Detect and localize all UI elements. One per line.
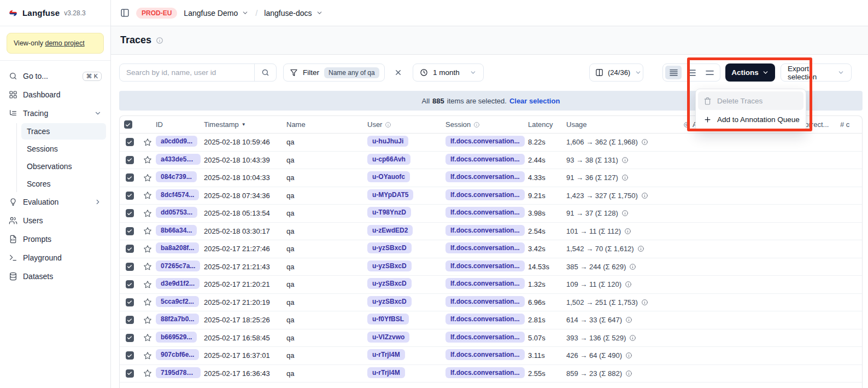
row-checkbox[interactable]: [126, 316, 134, 324]
star-icon[interactable]: [143, 280, 152, 289]
trace-id-badge[interactable]: a433de51...: [156, 154, 201, 165]
session-badge[interactable]: lf.docs.conversation...: [445, 314, 525, 325]
sidebar-item-scores[interactable]: Scores: [21, 176, 106, 192]
sidebar-item-prompts[interactable]: Prompts: [4, 230, 106, 248]
row-checkbox[interactable]: [126, 173, 134, 182]
menu-item-delete-traces[interactable]: Delete Traces: [698, 91, 804, 110]
user-badge[interactable]: u-zEwdED2: [367, 225, 413, 236]
row-checkbox[interactable]: [126, 351, 134, 360]
row-checkbox[interactable]: [126, 263, 134, 271]
row-checkbox[interactable]: [126, 334, 134, 342]
user-badge[interactable]: u-yzSBxcD: [367, 296, 412, 307]
row-checkbox[interactable]: [126, 298, 134, 306]
time-range-selector[interactable]: 1 month: [413, 63, 484, 82]
export-selection-button[interactable]: Export selection: [781, 63, 852, 82]
star-icon[interactable]: [143, 316, 152, 325]
user-badge[interactable]: u-f0YfBSL: [367, 314, 409, 325]
star-icon[interactable]: [143, 138, 152, 147]
star-icon[interactable]: [143, 351, 152, 360]
star-icon[interactable]: [143, 262, 152, 271]
trace-id-badge[interactable]: 084c739...: [156, 171, 197, 182]
trace-id-badge[interactable]: dd05753...: [156, 207, 197, 218]
session-badge[interactable]: lf.docs.conversation...: [445, 189, 525, 200]
user-badge[interactable]: u-yzSBxcD: [367, 260, 412, 271]
project-selector[interactable]: langfuse-docs: [264, 9, 322, 18]
sidebar-item-sessions[interactable]: Sessions: [21, 141, 106, 157]
sidebar-toggle-icon[interactable]: [120, 8, 130, 18]
user-badge[interactable]: u-VIZzvwo: [367, 332, 409, 343]
trace-id-badge[interactable]: 8dcf4574...: [156, 189, 199, 200]
session-badge[interactable]: lf.docs.conversation...: [445, 207, 525, 218]
columns-selector[interactable]: (24/36): [589, 63, 643, 82]
user-badge[interactable]: u-rTrjl4M: [367, 349, 405, 360]
row-height-medium-icon[interactable]: [683, 66, 700, 79]
star-icon[interactable]: [143, 227, 152, 235]
user-badge[interactable]: u-cp66Avh: [367, 154, 410, 165]
trace-id-badge[interactable]: 7195d78e...: [156, 367, 201, 378]
clear-selection-link[interactable]: Clear selection: [509, 97, 560, 105]
session-badge[interactable]: lf.docs.conversation...: [445, 171, 525, 182]
trace-id-badge[interactable]: b669529...: [156, 332, 197, 343]
row-checkbox[interactable]: [126, 192, 134, 200]
sidebar-item-users[interactable]: Users: [4, 212, 106, 229]
row-checkbox[interactable]: [126, 227, 134, 235]
trace-id-badge[interactable]: 07265c7a...: [156, 260, 200, 271]
sidebar-item-datasets[interactable]: Datasets: [4, 268, 106, 285]
trace-id-badge[interactable]: 907cbf6e...: [156, 349, 199, 360]
sidebar-item-observations[interactable]: Observations: [21, 158, 106, 175]
search-icon[interactable]: [254, 64, 276, 81]
session-badge[interactable]: lf.docs.conversation...: [445, 296, 525, 307]
session-badge[interactable]: lf.docs.conversation...: [445, 154, 525, 165]
user-badge[interactable]: u-OYauofc: [367, 171, 410, 182]
actions-button[interactable]: Actions: [725, 63, 775, 82]
sidebar-item-traces[interactable]: Traces: [21, 123, 106, 140]
star-icon[interactable]: [143, 245, 152, 253]
row-checkbox[interactable]: [126, 280, 134, 288]
row-checkbox[interactable]: [126, 138, 134, 146]
trace-id-badge[interactable]: ba8a208f...: [156, 242, 199, 253]
row-checkbox[interactable]: [126, 156, 134, 164]
user-badge[interactable]: u-yzSBxcD: [367, 242, 412, 253]
sidebar-item-tracing[interactable]: Tracing: [4, 105, 106, 122]
session-badge[interactable]: lf.docs.conversation...: [445, 242, 525, 253]
sidebar-item-dashboard[interactable]: Dashboard: [4, 86, 106, 103]
sidebar-item-evaluation[interactable]: Evaluation: [4, 193, 106, 211]
trace-id-badge[interactable]: 8b66a34...: [156, 225, 197, 236]
user-badge[interactable]: u-yzSBxcD: [367, 278, 412, 289]
user-badge[interactable]: u-rTrjl4M: [367, 367, 405, 378]
sidebar-item-goto[interactable]: Go to... ⌘ K: [4, 67, 106, 85]
user-badge[interactable]: u-huJhuJi: [367, 136, 408, 147]
star-icon[interactable]: [143, 155, 152, 164]
star-icon[interactable]: [143, 209, 152, 218]
user-badge[interactable]: u-T98YnzD: [367, 207, 411, 218]
session-badge[interactable]: lf.docs.conversation...: [445, 278, 525, 289]
org-selector[interactable]: Langfuse Demo: [184, 9, 249, 18]
session-badge[interactable]: lf.docs.conversation...: [445, 349, 525, 360]
session-badge[interactable]: lf.docs.conversation...: [445, 225, 525, 236]
info-icon[interactable]: [156, 37, 163, 44]
demo-project-link[interactable]: demo project: [45, 39, 84, 47]
row-height-large-icon[interactable]: [701, 66, 718, 79]
select-all-checkbox[interactable]: [124, 120, 132, 129]
column-header-session[interactable]: Session: [445, 120, 528, 129]
column-header-usage[interactable]: Usage: [566, 120, 683, 129]
column-header-latency[interactable]: Latency: [528, 120, 566, 129]
session-badge[interactable]: lf.docs.conversation...: [445, 367, 525, 378]
row-checkbox[interactable]: [126, 209, 134, 217]
sidebar-item-playground[interactable]: Playground: [4, 249, 106, 267]
star-icon[interactable]: [143, 369, 152, 378]
column-header-name[interactable]: Name: [286, 120, 367, 129]
star-icon[interactable]: [143, 173, 152, 182]
clear-filter-icon[interactable]: [391, 63, 404, 82]
menu-item-add-to-annotation-queue[interactable]: Add to Annotation Queue: [698, 110, 804, 129]
star-icon[interactable]: [143, 298, 152, 306]
filter-button[interactable]: Filter Name any of qa: [283, 63, 385, 82]
trace-id-badge[interactable]: a0cd0d9...: [156, 136, 197, 147]
column-header-extra-score[interactable]: # c: [840, 120, 862, 129]
user-badge[interactable]: u-MYpDAT5: [367, 189, 413, 200]
column-header-timestamp[interactable]: Timestamp▼: [204, 120, 286, 129]
star-icon[interactable]: [143, 191, 152, 200]
row-height-small-icon[interactable]: [665, 66, 682, 79]
session-badge[interactable]: lf.docs.conversation...: [445, 260, 525, 271]
trace-id-badge[interactable]: 88f2a7b0...: [156, 314, 199, 325]
